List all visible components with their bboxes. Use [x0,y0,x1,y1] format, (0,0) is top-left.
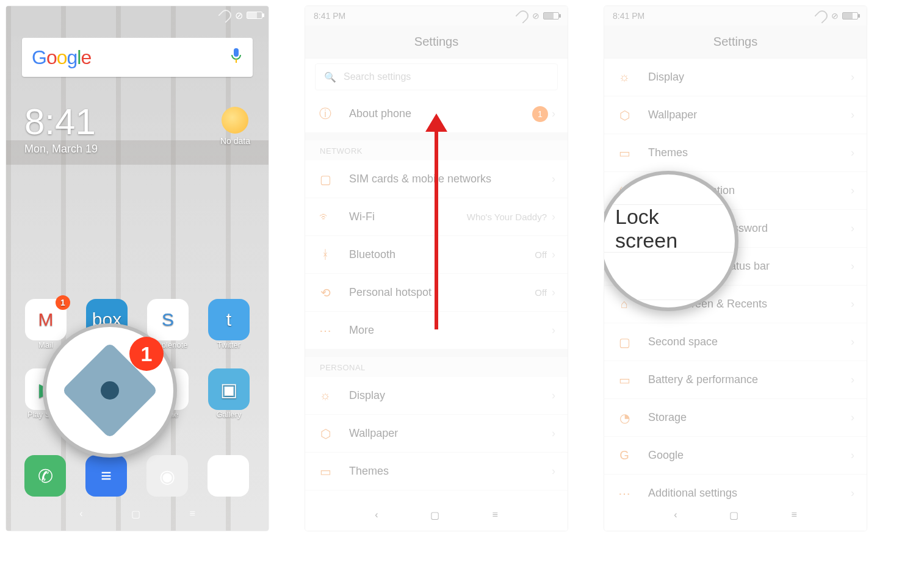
system-nav-bar: ‹ ▢ ≡ [604,504,867,526]
svg-rect-0 [234,48,239,57]
weather-icon [222,107,248,134]
tutorial-arrow-up [435,128,438,329]
nav-recents-icon[interactable]: ≡ [189,508,195,519]
battery-icon [247,12,262,19]
app-gallery[interactable]: ▣Gallery [208,368,250,419]
panel-settings-root: 8:41 PM ⊘ Settings 🔍 Search settings ⓘ A… [305,6,568,531]
system-nav-bar: ‹ ▢ ≡ [6,503,269,525]
nav-recents-icon[interactable]: ≡ [791,509,796,520]
tutorial-magnifier-settings: 1 [43,323,177,458]
mag-row-lockscreen[interactable]: Lock screen [604,205,735,253]
dock-chrome[interactable]: ◯ [208,455,249,497]
weather-label: No data [220,136,250,146]
clock-widget[interactable]: 8:41 Mon, March 19 [24,101,98,156]
panel-settings-scrolled: 8:41 PM ⊘ Settings ☼Display›⬡Wallpaper›▭… [604,6,867,531]
tutorial-magnifier-lockscreen: Lock screen [604,171,738,311]
dock-phone[interactable]: ✆ [24,455,66,497]
app-icon: t [208,299,250,340]
system-nav-bar: ‹ ▢ ≡ [305,504,568,526]
settings-badge: 1 [129,337,164,371]
nav-back-icon[interactable]: ‹ [375,509,378,520]
mag-row-below [604,253,735,300]
nav-home-icon[interactable]: ▢ [729,509,738,521]
app-label: Mail [38,340,53,350]
badge: 1 [56,295,70,310]
nav-back-icon[interactable]: ‹ [674,509,677,520]
clock-date: Mon, March 19 [24,143,98,156]
nav-back-icon[interactable]: ‹ [79,508,82,519]
nav-recents-icon[interactable]: ≡ [492,509,497,520]
app-label: Twitter [217,340,240,350]
app-icon: ▣ [208,368,250,410]
panel-homescreen: ⊘ Google 8:41 Mon, March 19 No data M1Ma… [6,6,269,531]
wifi-icon [218,7,233,23]
app-icon: M1 [25,299,67,340]
nav-home-icon[interactable]: ▢ [131,508,140,520]
status-bar: ⊘ [6,6,269,24]
clock-time: 8:41 [24,101,98,143]
google-search-widget[interactable]: Google [22,38,253,77]
mic-icon[interactable] [229,47,243,68]
google-logo: Google [32,46,91,69]
app-icon: S [147,299,189,340]
app-twitter[interactable]: tTwitter [208,299,250,350]
dock-docs[interactable]: ≡ [85,455,127,497]
dnd-icon: ⊘ [235,10,243,21]
nav-home-icon[interactable]: ▢ [430,509,439,521]
dock-camera[interactable]: ◉ [146,455,188,497]
mag-label: Lock screen [615,205,721,253]
dock: ✆≡◉◯ [24,455,250,497]
tutorial-overlay [6,6,269,531]
app-mail[interactable]: M1Mail [24,299,67,350]
weather-widget[interactable]: No data [220,107,250,146]
app-label: Gallery [216,410,241,419]
